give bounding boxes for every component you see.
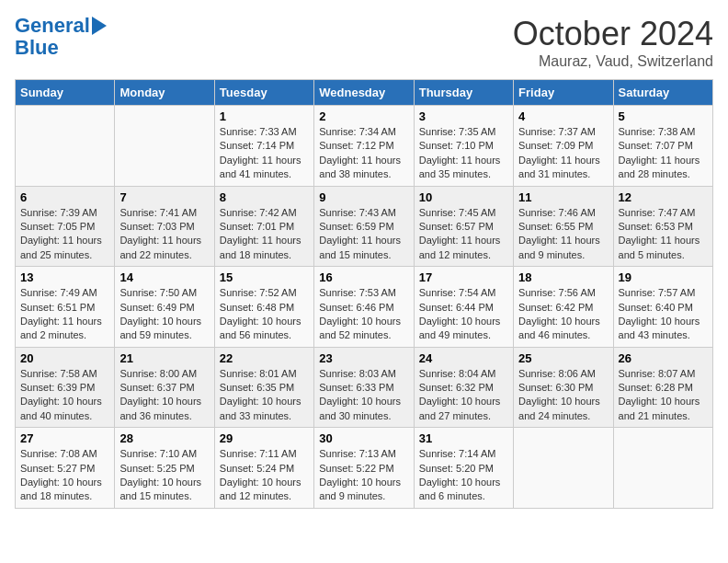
cell-details: Sunrise: 8:00 AMSunset: 6:37 PMDaylight:… bbox=[119, 367, 209, 424]
cell-details: Sunrise: 8:07 AMSunset: 6:28 PMDaylight:… bbox=[619, 367, 708, 424]
day-number: 10 bbox=[419, 190, 508, 204]
cell-details: Sunrise: 7:10 AMSunset: 5:25 PMDaylight:… bbox=[119, 447, 209, 504]
calendar-cell: 23Sunrise: 8:03 AMSunset: 6:33 PMDayligh… bbox=[314, 347, 414, 428]
logo-arrow-icon bbox=[92, 17, 107, 35]
day-number: 25 bbox=[518, 351, 608, 365]
week-row-3: 13Sunrise: 7:49 AMSunset: 6:51 PMDayligh… bbox=[16, 267, 713, 348]
calendar-cell: 19Sunrise: 7:57 AMSunset: 6:40 PMDayligh… bbox=[613, 267, 712, 348]
cell-details: Sunrise: 7:35 AMSunset: 7:10 PMDaylight:… bbox=[419, 125, 508, 182]
day-number: 23 bbox=[319, 351, 408, 365]
cell-details: Sunrise: 7:42 AMSunset: 7:01 PMDaylight:… bbox=[220, 206, 309, 263]
title-block: October 2024 Mauraz, Vaud, Switzerland bbox=[513, 15, 713, 70]
cell-details: Sunrise: 7:43 AMSunset: 6:59 PMDaylight:… bbox=[319, 206, 408, 263]
day-number: 17 bbox=[419, 270, 508, 284]
header-row: SundayMondayTuesdayWednesdayThursdayFrid… bbox=[16, 80, 713, 106]
cell-details: Sunrise: 7:50 AMSunset: 6:49 PMDaylight:… bbox=[119, 286, 209, 343]
calendar-cell: 3Sunrise: 7:35 AMSunset: 7:10 PMDaylight… bbox=[414, 106, 513, 187]
col-header-monday: Monday bbox=[115, 80, 214, 106]
cell-details: Sunrise: 7:13 AMSunset: 5:22 PMDaylight:… bbox=[319, 447, 408, 504]
day-number: 1 bbox=[220, 109, 309, 123]
calendar-cell bbox=[514, 428, 613, 509]
calendar-cell: 20Sunrise: 7:58 AMSunset: 6:39 PMDayligh… bbox=[16, 347, 115, 428]
calendar-cell: 8Sunrise: 7:42 AMSunset: 7:01 PMDaylight… bbox=[214, 186, 313, 267]
week-row-5: 27Sunrise: 7:08 AMSunset: 5:27 PMDayligh… bbox=[16, 428, 713, 509]
calendar-cell bbox=[613, 428, 712, 509]
cell-details: Sunrise: 7:56 AMSunset: 6:42 PMDaylight:… bbox=[518, 286, 608, 343]
calendar-cell: 24Sunrise: 8:04 AMSunset: 6:32 PMDayligh… bbox=[414, 347, 513, 428]
day-number: 5 bbox=[619, 109, 708, 123]
day-number: 21 bbox=[119, 351, 209, 365]
calendar-cell: 7Sunrise: 7:41 AMSunset: 7:03 PMDaylight… bbox=[115, 186, 214, 267]
day-number: 12 bbox=[619, 190, 708, 204]
day-number: 6 bbox=[20, 190, 109, 204]
calendar-cell bbox=[115, 106, 214, 187]
location-text: Mauraz, Vaud, Switzerland bbox=[513, 53, 713, 70]
calendar-cell: 27Sunrise: 7:08 AMSunset: 5:27 PMDayligh… bbox=[16, 428, 115, 509]
calendar-cell: 17Sunrise: 7:54 AMSunset: 6:44 PMDayligh… bbox=[414, 267, 513, 348]
page-header: General Blue October 2024 Mauraz, Vaud, … bbox=[15, 15, 713, 70]
cell-details: Sunrise: 8:06 AMSunset: 6:30 PMDaylight:… bbox=[518, 367, 608, 424]
day-number: 9 bbox=[319, 190, 408, 204]
calendar-cell: 9Sunrise: 7:43 AMSunset: 6:59 PMDaylight… bbox=[314, 186, 414, 267]
logo-blue-text: Blue bbox=[15, 37, 59, 59]
day-number: 29 bbox=[220, 431, 309, 445]
calendar-cell: 2Sunrise: 7:34 AMSunset: 7:12 PMDaylight… bbox=[314, 106, 414, 187]
cell-details: Sunrise: 8:01 AMSunset: 6:35 PMDaylight:… bbox=[220, 367, 309, 424]
calendar-cell: 29Sunrise: 7:11 AMSunset: 5:24 PMDayligh… bbox=[214, 428, 313, 509]
day-number: 26 bbox=[619, 351, 708, 365]
cell-details: Sunrise: 7:11 AMSunset: 5:24 PMDaylight:… bbox=[220, 447, 309, 504]
col-header-thursday: Thursday bbox=[414, 80, 513, 106]
day-number: 4 bbox=[518, 109, 608, 123]
cell-details: Sunrise: 7:08 AMSunset: 5:27 PMDaylight:… bbox=[20, 447, 109, 504]
day-number: 22 bbox=[220, 351, 309, 365]
day-number: 19 bbox=[619, 270, 708, 284]
calendar-cell bbox=[16, 106, 115, 187]
cell-details: Sunrise: 8:04 AMSunset: 6:32 PMDaylight:… bbox=[419, 367, 508, 424]
cell-details: Sunrise: 7:49 AMSunset: 6:51 PMDaylight:… bbox=[20, 286, 109, 343]
col-header-tuesday: Tuesday bbox=[214, 80, 313, 106]
calendar-cell: 13Sunrise: 7:49 AMSunset: 6:51 PMDayligh… bbox=[16, 267, 115, 348]
calendar-cell: 1Sunrise: 7:33 AMSunset: 7:14 PMDaylight… bbox=[214, 106, 313, 187]
calendar-cell: 5Sunrise: 7:38 AMSunset: 7:07 PMDaylight… bbox=[613, 106, 712, 187]
calendar-cell: 14Sunrise: 7:50 AMSunset: 6:49 PMDayligh… bbox=[115, 267, 214, 348]
cell-details: Sunrise: 7:38 AMSunset: 7:07 PMDaylight:… bbox=[619, 125, 708, 182]
calendar-cell: 21Sunrise: 8:00 AMSunset: 6:37 PMDayligh… bbox=[115, 347, 214, 428]
cell-details: Sunrise: 7:41 AMSunset: 7:03 PMDaylight:… bbox=[119, 206, 209, 263]
calendar-cell: 18Sunrise: 7:56 AMSunset: 6:42 PMDayligh… bbox=[514, 267, 613, 348]
calendar-cell: 31Sunrise: 7:14 AMSunset: 5:20 PMDayligh… bbox=[414, 428, 513, 509]
cell-details: Sunrise: 7:52 AMSunset: 6:48 PMDaylight:… bbox=[220, 286, 309, 343]
col-header-sunday: Sunday bbox=[16, 80, 115, 106]
calendar-cell: 4Sunrise: 7:37 AMSunset: 7:09 PMDaylight… bbox=[514, 106, 613, 187]
cell-details: Sunrise: 7:37 AMSunset: 7:09 PMDaylight:… bbox=[518, 125, 608, 182]
day-number: 16 bbox=[319, 270, 408, 284]
day-number: 27 bbox=[20, 431, 109, 445]
cell-details: Sunrise: 7:34 AMSunset: 7:12 PMDaylight:… bbox=[319, 125, 408, 182]
cell-details: Sunrise: 7:58 AMSunset: 6:39 PMDaylight:… bbox=[20, 367, 109, 424]
cell-details: Sunrise: 7:39 AMSunset: 7:05 PMDaylight:… bbox=[20, 206, 109, 263]
week-row-2: 6Sunrise: 7:39 AMSunset: 7:05 PMDaylight… bbox=[16, 186, 713, 267]
day-number: 24 bbox=[419, 351, 508, 365]
cell-details: Sunrise: 7:57 AMSunset: 6:40 PMDaylight:… bbox=[619, 286, 708, 343]
day-number: 8 bbox=[220, 190, 309, 204]
week-row-1: 1Sunrise: 7:33 AMSunset: 7:14 PMDaylight… bbox=[16, 106, 713, 187]
day-number: 11 bbox=[518, 190, 608, 204]
logo: General Blue bbox=[15, 15, 107, 59]
calendar-table: SundayMondayTuesdayWednesdayThursdayFrid… bbox=[15, 79, 713, 509]
calendar-cell: 22Sunrise: 8:01 AMSunset: 6:35 PMDayligh… bbox=[214, 347, 313, 428]
col-header-wednesday: Wednesday bbox=[314, 80, 414, 106]
month-title: October 2024 bbox=[513, 15, 713, 53]
day-number: 20 bbox=[20, 351, 109, 365]
calendar-cell: 11Sunrise: 7:46 AMSunset: 6:55 PMDayligh… bbox=[514, 186, 613, 267]
day-number: 30 bbox=[319, 431, 408, 445]
cell-details: Sunrise: 7:54 AMSunset: 6:44 PMDaylight:… bbox=[419, 286, 508, 343]
day-number: 2 bbox=[319, 109, 408, 123]
calendar-cell: 15Sunrise: 7:52 AMSunset: 6:48 PMDayligh… bbox=[214, 267, 313, 348]
week-row-4: 20Sunrise: 7:58 AMSunset: 6:39 PMDayligh… bbox=[16, 347, 713, 428]
day-number: 13 bbox=[20, 270, 109, 284]
day-number: 14 bbox=[119, 270, 209, 284]
cell-details: Sunrise: 7:47 AMSunset: 6:53 PMDaylight:… bbox=[619, 206, 708, 263]
day-number: 15 bbox=[220, 270, 309, 284]
calendar-cell: 30Sunrise: 7:13 AMSunset: 5:22 PMDayligh… bbox=[314, 428, 414, 509]
cell-details: Sunrise: 7:14 AMSunset: 5:20 PMDaylight:… bbox=[419, 447, 508, 504]
col-header-saturday: Saturday bbox=[613, 80, 712, 106]
